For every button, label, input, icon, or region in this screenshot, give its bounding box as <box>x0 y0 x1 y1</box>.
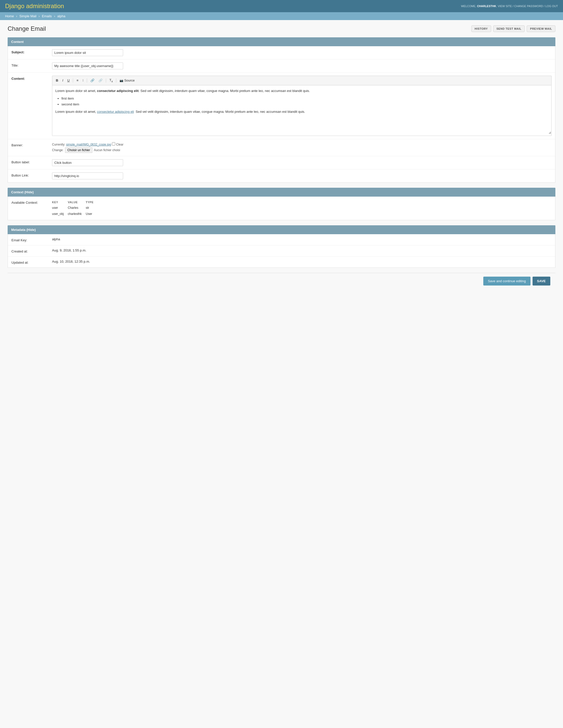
button-link-input[interactable] <box>52 172 123 179</box>
email-key-value: alpha <box>52 237 60 241</box>
context-table-field: KEY VALUE TYPE user Charles str <box>52 200 552 217</box>
col-type: TYPE <box>86 200 98 205</box>
editor-content[interactable]: Lorem ipsum dolor sit amet, consectetur … <box>52 85 552 136</box>
page-title-row: Change Email HISTORY SEND TEST MAIL PREV… <box>8 25 555 32</box>
email-key-row: Email Key: alpha <box>8 234 555 245</box>
editor-toolbar: B I U ≡ ⁝ 🔗 🔗 Tx 📷 S <box>52 76 552 85</box>
save-continue-button[interactable]: Save and continue editing <box>483 277 530 286</box>
site-title: Django administration <box>5 3 64 9</box>
metadata-form-container: Email Key: alpha Created at: Aug. 9, 201… <box>8 234 555 268</box>
ordered-list-button[interactable]: ≡ <box>75 78 80 83</box>
underline-button[interactable]: U <box>66 78 71 83</box>
banner-currently-label: Currently: <box>52 143 65 146</box>
breadcrumb-emails[interactable]: Emails <box>42 14 52 18</box>
breadcrumb-simple-mail[interactable]: Simple Mail <box>19 14 36 18</box>
available-context-label: Available Context: <box>11 200 52 204</box>
bold-button[interactable]: B <box>54 78 60 83</box>
source-icon: 📷 <box>120 79 123 82</box>
ctx-value-2: charlesthk <box>68 211 86 217</box>
created-at-label: Created at: <box>11 248 52 253</box>
banner-info: Currently: simple_mail/IMG_0632_copie.jp… <box>52 142 552 146</box>
history-button[interactable]: HISTORY <box>471 25 491 32</box>
content-wrapper: Change Email HISTORY SEND TEST MAIL PREV… <box>0 20 563 294</box>
email-key-field: alpha <box>52 237 552 241</box>
welcome-text: WELCOME, <box>461 5 476 8</box>
no-file-chosen: Aucun fichier choisi <box>94 148 120 152</box>
resize-handle: ◢ <box>549 130 551 135</box>
updated-at-field: Aug. 10, 2018, 12:35 p.m. <box>52 260 552 263</box>
banner-clear-checkbox[interactable] <box>112 142 115 146</box>
context-row-1: user Charles str <box>52 205 98 211</box>
log-out-link[interactable]: LOG OUT <box>545 5 558 8</box>
submit-row: Save and continue editing SAVE <box>8 273 555 289</box>
button-label-row: Button label: <box>8 156 555 169</box>
breadcrumbs: Home › Simple Mail › Emails › alpha <box>0 12 563 20</box>
ctx-value-1: Charles <box>68 205 86 211</box>
site-header: Django administration WELCOME, CHARLESTH… <box>0 0 563 12</box>
ctx-key-1: user <box>52 205 68 211</box>
username: CHARLESTHK <box>477 5 496 8</box>
breadcrumb-divider-1: › <box>16 14 17 18</box>
site-title-link[interactable]: Django administration <box>5 3 64 9</box>
content-label: Content: <box>11 76 52 81</box>
source-label: Source <box>124 78 135 82</box>
button-link-row: Button Link: <box>8 169 555 182</box>
content-field: B I U ≡ ⁝ 🔗 🔗 Tx 📷 S <box>52 76 552 136</box>
content-link[interactable]: consectetur adipiscing eli <box>97 110 134 114</box>
content-row: Content: B I U ≡ ⁝ 🔗 🔗 Tx <box>8 73 555 139</box>
unordered-list-button[interactable]: ⁝ <box>81 78 85 83</box>
context-form-container: Available Context: KEY VALUE TYPE <box>8 197 555 220</box>
updated-at-row: Updated at: Aug. 10, 2018, 12:35 p.m. <box>8 257 555 267</box>
breadcrumb-home[interactable]: Home <box>5 14 14 18</box>
list-item: first item <box>61 96 548 101</box>
metadata-section: Metadata (Hide) Email Key: alpha Created… <box>8 225 555 268</box>
title-label: Title: <box>11 62 52 67</box>
context-table: KEY VALUE TYPE user Charles str <box>52 200 98 217</box>
title-input[interactable] <box>52 62 123 69</box>
col-value: VALUE <box>68 200 86 205</box>
send-test-mail-button[interactable]: SEND TEST MAIL <box>493 25 525 32</box>
italic-button[interactable]: I <box>61 78 65 83</box>
created-at-field: Aug. 9, 2018, 1:55 p.m. <box>52 248 552 252</box>
button-label-label: Button label: <box>11 159 52 164</box>
email-key-label: Email Key: <box>11 237 52 242</box>
context-section: Context (Hide) Available Context: KEY VA… <box>8 188 555 220</box>
metadata-section-header[interactable]: Metadata (Hide) <box>8 225 555 234</box>
subject-row: Subject: <box>8 46 555 59</box>
subject-input[interactable] <box>52 49 123 56</box>
content-form-container: Subject: Title: Content: B <box>8 46 555 183</box>
clear-format-button[interactable]: Tx <box>108 77 114 84</box>
content-section: Content Subject: Title: Content: <box>8 37 555 183</box>
breadcrumb-divider-3: › <box>54 14 55 18</box>
context-section-header[interactable]: Context (Hide) <box>8 188 555 197</box>
context-row-2: user_obj charlesthk User <box>52 211 98 217</box>
link-button[interactable]: 🔗 <box>89 78 96 83</box>
source-button[interactable]: 📷 Source <box>118 78 136 83</box>
banner-label: Banner: <box>11 142 52 147</box>
updated-at-value: Aug. 10, 2018, 12:35 p.m. <box>52 260 90 263</box>
banner-row: Banner: Currently: simple_mail/IMG_0632_… <box>8 139 555 156</box>
banner-change-label: Change: <box>52 148 63 152</box>
view-site-link[interactable]: VIEW SITE <box>498 5 512 8</box>
banner-clear-label: Clear <box>116 143 123 146</box>
subject-label: Subject: <box>11 49 52 54</box>
preview-mail-button[interactable]: PREVIEW MAIL <box>527 25 555 32</box>
created-at-value: Aug. 9, 2018, 1:55 p.m. <box>52 248 86 252</box>
context-row: Available Context: KEY VALUE TYPE <box>8 197 555 220</box>
ctx-type-1: str <box>86 205 98 211</box>
button-label-input[interactable] <box>52 159 123 166</box>
subject-field <box>52 49 552 56</box>
breadcrumb-current: alpha <box>57 14 66 18</box>
unlink-button[interactable]: 🔗 <box>97 78 104 83</box>
change-password-link[interactable]: CHANGE PASSWORD <box>514 5 543 8</box>
created-at-row: Created at: Aug. 9, 2018, 1:55 p.m. <box>8 245 555 257</box>
list-item: second item <box>61 102 548 107</box>
title-field <box>52 62 552 69</box>
choose-file-button[interactable]: Choisir un fichier <box>65 147 92 153</box>
title-row: Title: <box>8 59 555 73</box>
save-button[interactable]: SAVE <box>533 277 550 286</box>
ctx-type-2: User <box>86 211 98 217</box>
updated-at-label: Updated at: <box>11 260 52 264</box>
breadcrumb-divider-2: › <box>39 14 40 18</box>
banner-file-link[interactable]: simple_mail/IMG_0632_copie.jpg <box>66 143 111 146</box>
